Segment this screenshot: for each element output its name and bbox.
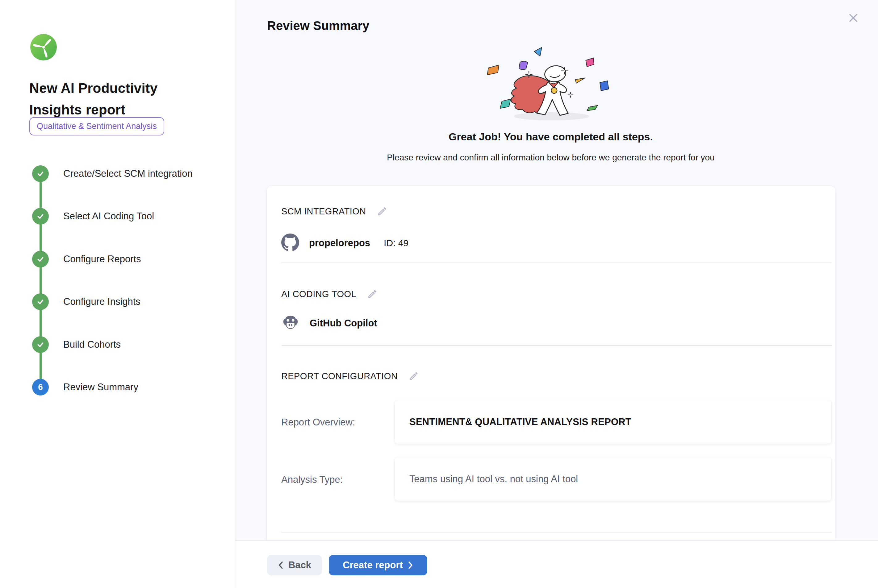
check-icon — [32, 293, 49, 310]
analysis-type-value-card: Teams using AI tool vs. not using AI too… — [395, 457, 832, 501]
ai-coding-tool-name: GitHub Copilot — [310, 318, 377, 329]
close-button[interactable] — [846, 11, 860, 25]
scm-integration-name: propelorepos — [309, 237, 370, 249]
step-label: Select AI Coding Tool — [63, 211, 154, 222]
scm-integration-row: propelorepos ID: 49 — [281, 234, 409, 252]
analysis-type-value: Teams using AI tool vs. not using AI too… — [409, 474, 578, 484]
edit-ai-coding-tool-button[interactable] — [366, 288, 379, 300]
wizard-sidebar: New AI Productivity Insights report Qual… — [0, 0, 235, 588]
github-octocat-icon — [281, 234, 299, 253]
check-icon — [32, 336, 49, 353]
pencil-icon — [409, 371, 419, 381]
edit-scm-integration-button[interactable] — [376, 205, 388, 218]
sidebar-step-configure-reports[interactable]: Configure Reports — [32, 251, 141, 267]
section-heading: AI CODING TOOL — [281, 289, 356, 299]
step-label: Review Summary — [63, 382, 138, 393]
step-label: Build Cohorts — [63, 339, 121, 350]
check-icon — [32, 165, 49, 182]
back-button-label: Back — [288, 560, 311, 571]
chevron-left-icon — [278, 561, 283, 570]
section-divider — [281, 532, 832, 532]
report-overview-value-card: SENTIMENT& QUALITATIVE ANALYSIS REPORT — [395, 400, 832, 444]
page-title: Review Summary — [267, 19, 369, 33]
scm-integration-section-header: SCM INTEGRATION — [281, 205, 388, 218]
analysis-type-label: Analysis Type: — [281, 474, 343, 485]
report-overview-value: SENTIMENT& QUALITATIVE ANALYSIS REPORT — [409, 417, 631, 428]
create-report-button[interactable]: Create report — [329, 555, 427, 575]
check-icon — [32, 208, 49, 225]
sidebar-step-review-summary[interactable]: 6 Review Summary — [32, 379, 138, 396]
summary-card: SCM INTEGRATION propelorepos ID: 49 — [266, 186, 836, 540]
stepper-connector — [39, 174, 42, 387]
ai-coding-tool-section-header: AI CODING TOOL — [281, 288, 379, 300]
ai-coding-tool-row: GitHub Copilot — [281, 314, 377, 332]
wizard-stepper: Create/Select SCM integration Select AI … — [0, 0, 235, 588]
pencil-icon — [367, 289, 377, 299]
section-divider — [281, 345, 832, 346]
section-heading: REPORT CONFIGURATION — [281, 371, 398, 381]
report-configuration-section-header: REPORT CONFIGURATION — [281, 370, 420, 382]
app-window: New AI Productivity Insights report Qual… — [0, 0, 878, 588]
celebration-hero-illustration — [472, 45, 645, 127]
section-divider — [281, 262, 832, 263]
sidebar-step-build-cohorts[interactable]: Build Cohorts — [32, 336, 121, 353]
create-report-button-label: Create report — [343, 560, 403, 571]
github-copilot-icon — [281, 314, 300, 333]
sidebar-step-configure-insights[interactable]: Configure Insights — [32, 293, 140, 310]
step-label: Configure Insights — [63, 296, 140, 307]
close-icon — [848, 12, 859, 24]
pencil-icon — [377, 206, 388, 217]
sidebar-step-scm-integration[interactable]: Create/Select SCM integration — [32, 165, 192, 182]
step-label: Create/Select SCM integration — [63, 168, 192, 179]
report-overview-label: Report Overview: — [281, 417, 355, 428]
edit-report-configuration-button[interactable] — [407, 370, 420, 382]
section-heading: SCM INTEGRATION — [281, 206, 366, 217]
review-summary-panel: Review Summary — [235, 0, 878, 588]
scm-integration-id: ID: 49 — [384, 238, 409, 248]
step-number-badge: 6 — [32, 379, 49, 396]
hero-subheading: Please review and confirm all informatio… — [266, 153, 835, 163]
chevron-right-icon — [408, 561, 413, 570]
sidebar-step-ai-coding-tool[interactable]: Select AI Coding Tool — [32, 208, 154, 225]
check-icon — [32, 251, 49, 267]
back-button[interactable]: Back — [267, 555, 322, 575]
step-label: Configure Reports — [63, 254, 141, 265]
wizard-footer: Back Create report — [235, 540, 878, 588]
hero-heading: Great Job! You have completed all steps. — [266, 131, 835, 143]
